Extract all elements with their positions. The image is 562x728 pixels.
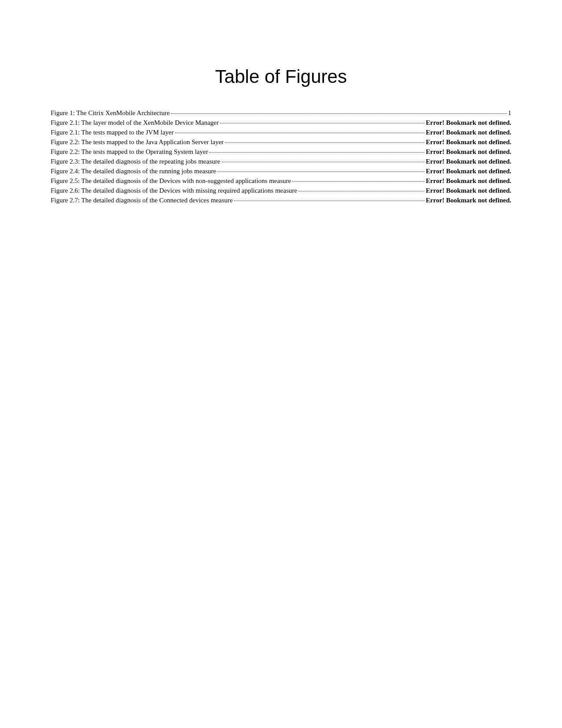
page-title: Table of Figures — [51, 66, 511, 87]
tof-entry-page: Error! Bookmark not defined. — [426, 147, 511, 157]
tof-entry: Figure 2.3: The detailed diagnosis of th… — [51, 157, 511, 166]
tof-dot-leader — [225, 142, 425, 143]
tof-entry-label: Figure 2.1: The tests mapped to the JVM … — [51, 128, 174, 137]
tof-entry-page: Error! Bookmark not defined. — [426, 186, 511, 195]
tof-dot-leader — [209, 152, 424, 153]
tof-entry-page: Error! Bookmark not defined. — [426, 196, 511, 205]
tof-entry-label: Figure 2.2: The tests mapped to the Oper… — [51, 147, 208, 157]
tof-dot-leader — [220, 123, 424, 123]
tof-entry-page: Error! Bookmark not defined. — [426, 176, 511, 186]
tof-entry-label: Figure 2.6: The detailed diagnosis of th… — [51, 186, 297, 195]
tof-entry-page: Error! Bookmark not defined. — [426, 128, 511, 137]
tof-entry-label: Figure 2.7: The detailed diagnosis of th… — [51, 196, 233, 205]
tof-dot-leader — [171, 113, 506, 114]
tof-entry: Figure 2.5: The detailed diagnosis of th… — [51, 176, 511, 186]
tof-entry-label: Figure 2.1: The layer model of the XenMo… — [51, 118, 219, 127]
tof-entry: Figure 2.1: The tests mapped to the JVM … — [51, 128, 511, 137]
tof-entry-page: 1 — [508, 108, 512, 118]
tof-entry-label: Figure 2.2: The tests mapped to the Java… — [51, 138, 224, 147]
tof-entry: Figure 1: The Citrix XenMobile Architect… — [51, 108, 511, 118]
tof-entry-label: Figure 2.3: The detailed diagnosis of th… — [51, 157, 220, 166]
tof-dot-leader — [234, 201, 424, 201]
tof-entry-page: Error! Bookmark not defined. — [426, 157, 511, 166]
tof-entry: Figure 2.6: The detailed diagnosis of th… — [51, 186, 511, 195]
tof-dot-leader — [175, 133, 424, 133]
tof-dot-leader — [292, 181, 424, 182]
tof-entry-label: Figure 1: The Citrix XenMobile Architect… — [51, 108, 170, 118]
tof-entry-page: Error! Bookmark not defined. — [426, 118, 511, 127]
tof-entry: Figure 2.4: The detailed diagnosis of th… — [51, 167, 511, 176]
tof-entry-page: Error! Bookmark not defined. — [426, 167, 511, 176]
tof-entry: Figure 2.1: The layer model of the XenMo… — [51, 118, 511, 127]
tof-entry-label: Figure 2.4: The detailed diagnosis of th… — [51, 167, 216, 176]
tof-dot-leader — [217, 172, 424, 172]
tof-entry: Figure 2.2: The tests mapped to the Oper… — [51, 147, 511, 157]
tof-entry: Figure 2.2: The tests mapped to the Java… — [51, 138, 511, 147]
tof-entry-label: Figure 2.5: The detailed diagnosis of th… — [51, 176, 291, 186]
table-of-figures: Figure 1: The Citrix XenMobile Architect… — [51, 108, 511, 205]
tof-dot-leader — [298, 191, 424, 191]
tof-dot-leader — [222, 162, 424, 162]
tof-entry: Figure 2.7: The detailed diagnosis of th… — [51, 196, 511, 205]
tof-entry-page: Error! Bookmark not defined. — [426, 138, 511, 147]
